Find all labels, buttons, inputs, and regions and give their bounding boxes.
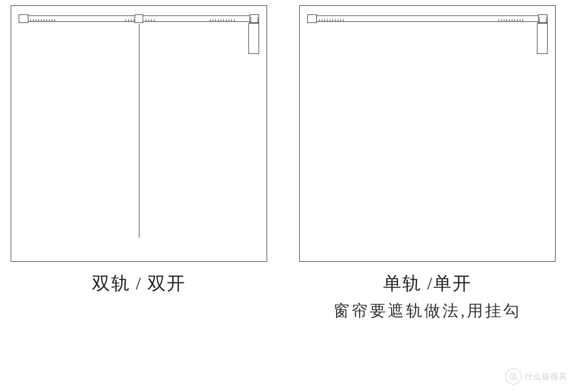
watermark-text: 什么值得买: [525, 372, 567, 382]
center-divider-line-icon: [139, 24, 139, 238]
watermark-badge-icon: 值: [505, 369, 521, 385]
panel-double-track: 双轨 / 双开: [11, 5, 267, 322]
title-double: 双轨 / 双开: [92, 271, 186, 296]
title-single: 单轨 /单开: [383, 271, 472, 296]
track-ticks-left-icon: [30, 22, 68, 23]
track-end-left-icon: [307, 14, 317, 23]
track-center-joint-icon: [135, 14, 143, 23]
track-ticks-right-icon: [197, 22, 235, 23]
track-end-left-icon: [19, 14, 28, 23]
track-ticks-center-right-icon: [146, 22, 162, 23]
track-ticks-center-left-icon: [118, 22, 134, 23]
curtain-motor-icon: [248, 23, 259, 54]
diagram-container: 双轨 / 双开 单轨 /单开 窗帘要遮轨做法,用挂勾: [0, 0, 577, 322]
subtitle-single: 窗帘要遮轨做法,用挂勾: [333, 300, 521, 322]
watermark: 值 什么值得买: [505, 369, 567, 385]
track-ticks-right-icon: [486, 22, 523, 23]
curtain-motor-icon: [537, 23, 548, 54]
diagram-double: [11, 5, 267, 262]
track-ticks-left-icon: [319, 22, 356, 23]
panel-single-track: 单轨 /单开 窗帘要遮轨做法,用挂勾: [299, 5, 556, 322]
diagram-single: [299, 5, 556, 262]
